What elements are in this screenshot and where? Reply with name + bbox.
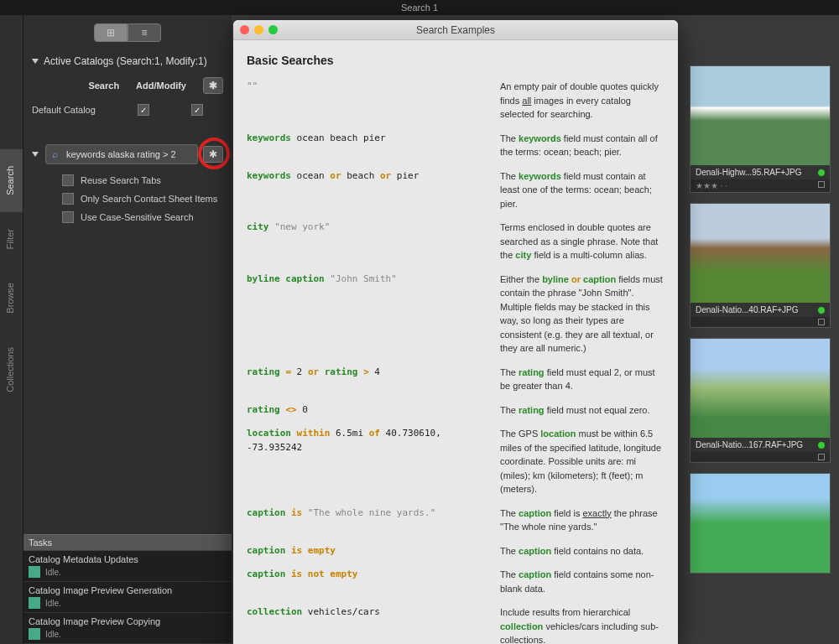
example-desc: The rating field must not equal zero. bbox=[500, 403, 664, 418]
thumbnail-footer bbox=[690, 317, 830, 327]
left-panel: ⊞ ≡ Active Catalogs (Search:1, Modify:1)… bbox=[23, 15, 232, 644]
thumbnail[interactable]: Denali-Natio...167.RAF+JPG bbox=[690, 338, 831, 463]
active-catalogs-header[interactable]: Active Catalogs (Search:1, Modify:1) bbox=[23, 50, 232, 72]
example-desc: The caption field is exactly the phrase … bbox=[500, 506, 664, 534]
thumbnail-footer bbox=[690, 452, 830, 462]
thumbnail-image bbox=[690, 339, 830, 438]
example-syntax: keywords ocean beach pier bbox=[247, 132, 485, 146]
thumbnail-filename: Denali-Highw...95.RAF+JPG bbox=[696, 168, 801, 177]
task-status: Idle. bbox=[45, 599, 61, 608]
help-window-title: Search Examples bbox=[233, 24, 678, 36]
search-help-button[interactable]: ✱ bbox=[203, 146, 223, 163]
example-syntax: byline caption "John Smith" bbox=[247, 273, 485, 287]
example-row: "" An empty pair of double quotes quickl… bbox=[247, 80, 664, 122]
rating-stars: ★★★ · · bbox=[696, 181, 727, 190]
example-desc: The caption field contains no data. bbox=[500, 544, 664, 558]
example-row: byline caption "John Smith" Either the b… bbox=[247, 273, 664, 356]
task-title: Catalog Image Preview Copying bbox=[29, 616, 227, 626]
task-status: Idle. bbox=[45, 568, 61, 577]
example-desc: An empty pair of double quotes quickly f… bbox=[500, 80, 664, 122]
example-desc: The caption field contains some non-blan… bbox=[500, 568, 664, 595]
search-row: ⌕ ✱ bbox=[23, 138, 232, 171]
help-titlebar[interactable]: Search Examples bbox=[233, 20, 678, 40]
chevron-down-icon bbox=[32, 152, 39, 157]
tab-filter[interactable]: Filter bbox=[0, 212, 23, 266]
col-modify-label: Add/Modify bbox=[136, 80, 186, 91]
reuse-tabs-label: Reuse Search Tabs bbox=[81, 175, 161, 185]
only-sheet-label: Only Search Contact Sheet Items bbox=[81, 194, 217, 204]
example-desc: The GPS location must be within 6.5 mile… bbox=[500, 427, 664, 496]
catalog-columns: Search Add/Modify ✱ bbox=[23, 72, 232, 99]
example-row: caption is not empty The caption field c… bbox=[247, 568, 664, 595]
thumbnail[interactable] bbox=[690, 473, 831, 574]
thumbnail-filename: Denali-Natio...40.RAF+JPG bbox=[696, 305, 799, 314]
example-desc: The keywords field must contain at least… bbox=[500, 169, 664, 211]
example-row: collection vehicles/cars Include results… bbox=[247, 605, 664, 644]
status-dot-icon bbox=[818, 169, 825, 176]
example-row: rating = 2 or rating > 4 The rating fiel… bbox=[247, 366, 664, 393]
view-mode-segmented: ⊞ ≡ bbox=[23, 15, 232, 50]
example-row: keywords ocean or beach or pier The keyw… bbox=[247, 169, 664, 211]
example-syntax: "" bbox=[247, 80, 485, 94]
only-sheet-checkbox[interactable] bbox=[62, 193, 74, 205]
active-catalogs-title: Active Catalogs (Search:1, Modify:1) bbox=[44, 55, 207, 67]
example-syntax: caption is not empty bbox=[247, 568, 485, 582]
default-catalog-modify-checkbox[interactable]: ✓ bbox=[191, 104, 203, 116]
tab-collections[interactable]: Collections bbox=[0, 330, 23, 409]
example-syntax: caption is empty bbox=[247, 544, 485, 558]
thumbnail-filename: Denali-Natio...167.RAF+JPG bbox=[696, 440, 803, 449]
task-progress-icon bbox=[29, 597, 40, 609]
thumbnail-image bbox=[690, 474, 830, 573]
thumbnail[interactable]: Denali-Highw...95.RAF+JPG ★★★ · · bbox=[690, 65, 831, 193]
example-row: city "new york" Terms enclosed in double… bbox=[247, 221, 664, 262]
example-syntax: city "new york" bbox=[247, 221, 485, 235]
vertical-tabs: Search Filter Browse Collections bbox=[0, 15, 23, 644]
opt-reuse-tabs: Reuse Search Tabs bbox=[23, 171, 232, 190]
example-row: caption is empty The caption field conta… bbox=[247, 544, 664, 558]
example-syntax: rating = 2 or rating > 4 bbox=[247, 366, 485, 380]
label-swatch bbox=[818, 181, 825, 188]
example-syntax: rating <> 0 bbox=[247, 403, 485, 418]
example-row: location within 6.5mi of 40.730610, -73.… bbox=[247, 427, 664, 496]
case-sensitive-checkbox[interactable] bbox=[62, 211, 74, 223]
tab-search[interactable]: Search bbox=[0, 149, 23, 212]
thumbnail-meta: Denali-Natio...40.RAF+JPG bbox=[690, 303, 830, 317]
default-catalog-label: Default Catalog bbox=[32, 105, 104, 115]
catalog-row-default: Default Catalog ✓ ✓ bbox=[23, 99, 232, 121]
grid-icon: ⊞ bbox=[107, 27, 115, 39]
thumbnail[interactable]: Denali-Natio...40.RAF+JPG bbox=[690, 203, 831, 328]
example-syntax: collection vehicles/cars bbox=[247, 605, 485, 620]
status-dot-icon bbox=[818, 307, 825, 314]
task-item: Catalog Metadata Updates Idle. bbox=[23, 551, 232, 582]
tab-browse[interactable]: Browse bbox=[0, 266, 23, 330]
example-syntax: keywords ocean or beach or pier bbox=[247, 169, 485, 184]
opt-case-sensitive: Use Case-Sensitive Search bbox=[23, 208, 232, 226]
example-desc: The keywords field must contain all of t… bbox=[500, 132, 664, 159]
example-desc: Terms enclosed in double quotes are sear… bbox=[500, 221, 664, 262]
case-sensitive-label: Use Case-Sensitive Search bbox=[81, 212, 194, 222]
example-desc: Either the byline or caption fields must… bbox=[500, 273, 664, 356]
thumbnail-image bbox=[690, 66, 830, 165]
task-item: Catalog Image Preview Copying Idle. bbox=[23, 613, 232, 644]
help-heading-basic: Basic Searches bbox=[247, 52, 664, 70]
default-catalog-search-checkbox[interactable]: ✓ bbox=[138, 104, 149, 116]
example-syntax: caption is "The whole nine yards." bbox=[247, 506, 485, 521]
col-search-label: Search bbox=[88, 80, 119, 91]
example-desc: Include results from hierarchical collec… bbox=[500, 605, 664, 644]
asterisk-icon: ✱ bbox=[209, 148, 217, 160]
help-body: Basic Searches "" An empty pair of doubl… bbox=[233, 40, 678, 644]
thumbnail-image bbox=[690, 204, 830, 303]
task-progress-icon bbox=[29, 566, 40, 578]
label-swatch bbox=[818, 454, 825, 460]
thumbnail-meta: Denali-Natio...167.RAF+JPG bbox=[690, 438, 830, 452]
task-progress-icon bbox=[29, 628, 40, 640]
task-title: Catalog Image Preview Generation bbox=[29, 585, 227, 595]
search-input[interactable] bbox=[45, 144, 198, 164]
view-mode-list-button[interactable]: ≡ bbox=[128, 23, 161, 42]
thumbnail-column: Denali-Highw...95.RAF+JPG ★★★ · · Denali… bbox=[690, 65, 832, 574]
thumbnail-meta: Denali-Highw...95.RAF+JPG bbox=[690, 165, 830, 179]
tasks-panel: Tasks Catalog Metadata Updates Idle.Cata… bbox=[23, 534, 232, 644]
reuse-tabs-checkbox[interactable] bbox=[62, 174, 74, 186]
view-mode-grid-button[interactable]: ⊞ bbox=[94, 23, 128, 42]
catalog-settings-button[interactable]: ✱ bbox=[203, 77, 223, 94]
